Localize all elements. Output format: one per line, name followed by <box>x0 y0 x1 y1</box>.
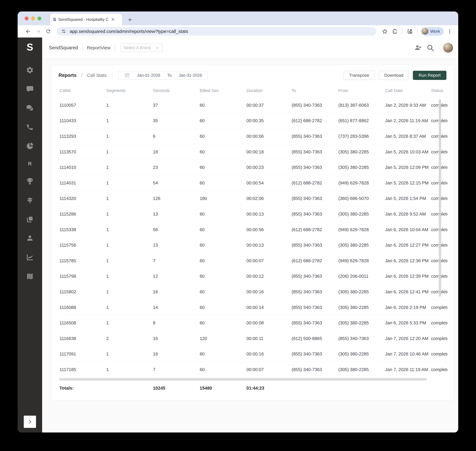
cell-to: (855) 340-7363 <box>290 196 336 201</box>
cell-status: completed <box>429 134 447 139</box>
sidebar-expand-button[interactable] <box>24 416 36 428</box>
minimize-window-button[interactable] <box>31 17 35 20</box>
pie-chart-icon[interactable] <box>26 142 34 150</box>
cell-to: (612) 688-2782 <box>290 181 336 186</box>
reload-icon[interactable] <box>44 27 52 36</box>
url-bar[interactable]: app.sendsquared.com/admin/reports/view?t… <box>57 27 376 36</box>
search-icon[interactable] <box>426 44 434 52</box>
column-header-callid[interactable]: CallId <box>58 88 104 93</box>
column-header-seconds[interactable]: Seconds <box>151 88 198 93</box>
tab-title: SendSquared - Hospitality CR <box>58 17 109 22</box>
signpost-icon[interactable] <box>26 196 34 205</box>
cell-seconds: 16 <box>151 336 198 341</box>
vertical-scrollbar-thumb[interactable] <box>439 99 441 297</box>
map-icon[interactable] <box>26 272 34 281</box>
browser-profile-chip[interactable]: Work <box>421 27 444 36</box>
trophy-icon[interactable] <box>26 177 34 186</box>
cell-call-date: Jan 6, 2026 9:52 AM <box>383 212 429 217</box>
close-window-button[interactable] <box>25 17 28 20</box>
cell-seconds: 8 <box>151 320 198 326</box>
bookmark-star-icon[interactable] <box>380 27 389 36</box>
cell-duration: 00:00:06 <box>244 134 290 139</box>
column-header-billed-sec[interactable]: Billed Sec <box>198 88 244 93</box>
horizontal-scrollbar-thumb[interactable] <box>59 378 427 381</box>
cell-seconds: 35 <box>151 118 198 123</box>
new-tab-button[interactable] <box>128 17 132 22</box>
totals-seconds: 10245 <box>151 386 198 391</box>
column-header-call-date[interactable]: Call Date <box>383 88 429 93</box>
date-range-picker[interactable]: Jan-01-2026 To Jan-31-2026 <box>119 71 208 80</box>
date-to-value[interactable]: Jan-31-2026 <box>179 73 202 78</box>
brand-select-placeholder: Select A Brand <box>124 45 151 50</box>
tab-search-icon[interactable] <box>406 27 414 36</box>
cell-segments: 1 <box>104 274 151 279</box>
download-button[interactable]: Download <box>379 71 409 80</box>
cell-segments: 2 <box>104 336 151 341</box>
cell-segments: 1 <box>104 289 151 294</box>
user-avatar[interactable] <box>443 43 453 53</box>
table-row: 1115785 1 7 60 00:00:07 (612) 688-2782 (… <box>58 253 447 269</box>
sidebar-item-r[interactable]: R <box>28 161 32 167</box>
cell-duration: 00:00:13 <box>244 243 290 248</box>
header-divider <box>439 45 439 51</box>
cell-callid: 1115286 <box>58 212 104 217</box>
cell-status: completed <box>429 243 447 248</box>
cell-duration: 00:00:56 <box>244 227 290 232</box>
date-from-value[interactable]: Jan-01-2026 <box>137 73 160 78</box>
column-header-from[interactable]: From <box>336 88 383 93</box>
site-settings-icon[interactable] <box>61 29 66 34</box>
browser-tab[interactable]: S SendSquared - Hospitality CR <box>50 14 122 25</box>
cell-from: (813) 387-6063 <box>336 103 383 108</box>
call-stats-table: CallId Segments Seconds Billed Sec Durat… <box>58 84 447 396</box>
cell-to: (855) 340-7363 <box>290 243 336 248</box>
breadcrumb-reports[interactable]: Reports <box>58 73 77 78</box>
cell-from: (305) 380-2285 <box>336 165 383 170</box>
cell-duration: 00:00:07 <box>244 367 290 372</box>
cell-billed-sec: 60 <box>198 351 244 357</box>
browser-menu-icon[interactable] <box>445 27 454 36</box>
sendsquared-logo[interactable]: S <box>27 42 33 53</box>
cell-status: completed <box>429 367 447 372</box>
cell-seconds: 18 <box>151 150 198 155</box>
chat-bubble-icon[interactable] <box>26 85 34 93</box>
toolbar-divider <box>402 28 403 34</box>
tab-close-icon[interactable] <box>111 18 115 21</box>
app-sidebar: S R <box>18 38 42 432</box>
phone-icon[interactable] <box>26 123 34 131</box>
person-icon[interactable] <box>26 234 34 243</box>
cell-callid: 1115798 <box>58 274 104 279</box>
copy-icon[interactable] <box>26 215 34 224</box>
settings-gear-icon[interactable] <box>26 66 34 74</box>
column-header-status[interactable]: Status <box>429 88 447 93</box>
extensions-icon[interactable] <box>391 27 399 36</box>
cell-status: completed <box>429 305 447 310</box>
transpose-button[interactable]: Transpose <box>344 71 375 80</box>
cell-seconds: 126 <box>151 196 198 201</box>
line-chart-icon[interactable] <box>26 253 34 262</box>
cell-duration: 00:00:13 <box>244 212 290 217</box>
app-brand[interactable]: SendSquared <box>49 45 78 50</box>
totals-duration: 01:44:23 <box>244 386 290 391</box>
cell-to: (855) 340-7363 <box>290 274 336 279</box>
cell-to: (855) 340-7363 <box>290 134 336 139</box>
add-user-icon[interactable] <box>414 44 422 52</box>
run-report-button[interactable]: Run Report <box>413 71 446 80</box>
cell-status: completed <box>429 103 447 108</box>
conversations-icon[interactable] <box>26 104 34 112</box>
column-header-segments[interactable]: Segments <box>104 88 151 93</box>
back-icon[interactable] <box>24 27 32 36</box>
cell-call-date: Jan 5, 2026 8:37 AM <box>383 134 429 139</box>
column-header-to[interactable]: To <box>290 88 336 93</box>
maximize-window-button[interactable] <box>38 17 41 20</box>
forward-icon[interactable] <box>34 27 42 36</box>
toolbar-divider <box>417 28 418 34</box>
chevron-down-icon <box>155 46 159 50</box>
cell-call-date: Jan 7, 2026 11:19 AM <box>383 367 429 372</box>
calendar-icon <box>124 73 130 78</box>
column-header-duration[interactable]: Duration <box>244 88 290 93</box>
totals-label: Totals: <box>58 386 104 391</box>
cell-billed-sec: 60 <box>198 243 244 248</box>
table-row: 1113570 1 18 60 00:00:18 (855) 340-7363 … <box>58 144 447 160</box>
cell-billed-sec: 60 <box>198 103 244 108</box>
brand-select[interactable]: Select A Brand <box>120 44 163 52</box>
